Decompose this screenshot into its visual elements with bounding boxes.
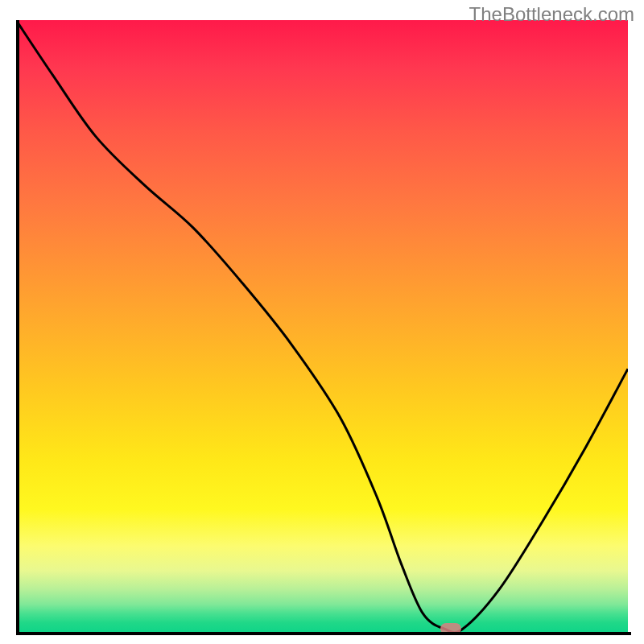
optimal-point-marker [440,623,461,632]
plot-area [16,20,628,632]
watermark-text: TheBottleneck.com [469,3,634,26]
x-axis [16,632,631,635]
y-axis [16,20,19,635]
bottleneck-curve-line [16,20,628,632]
bottleneck-chart: TheBottleneck.com [0,0,644,644]
